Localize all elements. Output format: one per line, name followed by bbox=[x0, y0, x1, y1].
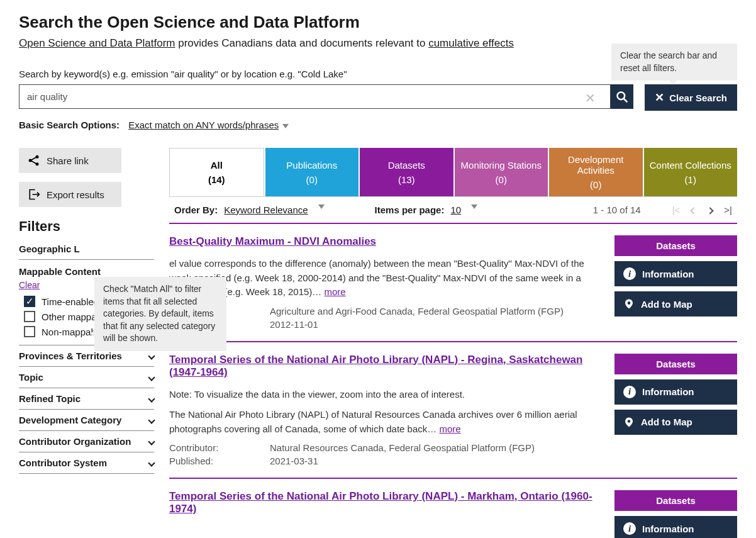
page-title: Search the Open Science and Data Platfor… bbox=[19, 13, 737, 32]
add-to-map-button[interactable]: Add to Map bbox=[614, 291, 737, 317]
clear-search-button[interactable]: ✕ Clear Search bbox=[645, 84, 737, 111]
result-description: The National Air Photo Library (NAPL) of… bbox=[169, 408, 602, 436]
chevron-down-icon bbox=[282, 124, 289, 128]
search-button[interactable] bbox=[611, 84, 633, 109]
order-by-dropdown[interactable]: Keyword Relevance bbox=[224, 205, 308, 215]
filter-section-geographic[interactable]: Geographic L bbox=[19, 238, 154, 260]
result-type-badge: Datasets bbox=[614, 354, 737, 374]
pager-first[interactable]: |< bbox=[672, 205, 681, 215]
chevron-down-icon bbox=[471, 205, 477, 209]
info-icon: i bbox=[623, 386, 636, 398]
chevron-down-icon bbox=[148, 438, 155, 445]
order-by-label: Order By: bbox=[174, 205, 218, 215]
search-icon bbox=[616, 91, 628, 103]
pager: |< >| bbox=[672, 205, 732, 215]
chevron-down-icon bbox=[148, 395, 155, 402]
svg-line-6 bbox=[31, 161, 36, 164]
clear-filter-link[interactable]: Clear bbox=[19, 280, 40, 290]
chevron-down-icon bbox=[148, 459, 155, 466]
tab-publications[interactable]: Publications(0) bbox=[265, 148, 359, 196]
chevron-down-icon bbox=[318, 205, 325, 209]
more-link[interactable]: more bbox=[325, 286, 346, 297]
result-item: Best-Quality Maximum - NDVI Anomalies el… bbox=[169, 223, 737, 341]
result-item: Temporal Series of the National Air Phot… bbox=[169, 478, 737, 538]
filter-section-contributor-sys[interactable]: Contributor System bbox=[19, 452, 154, 474]
paging-info: 1 - 10 of 14 bbox=[593, 205, 641, 215]
tab-development[interactable]: Development Activities(0) bbox=[549, 148, 643, 196]
search-input[interactable] bbox=[19, 84, 611, 109]
filter-section-topic[interactable]: Topic bbox=[19, 367, 154, 388]
pager-next[interactable] bbox=[708, 205, 713, 215]
svg-line-1 bbox=[624, 98, 628, 102]
more-link[interactable]: more bbox=[439, 423, 460, 434]
result-title-link[interactable]: Best-Quality Maximum - NDVI Anomalies bbox=[169, 235, 376, 247]
cumulative-effects-link[interactable]: cumulative effects bbox=[428, 37, 514, 49]
filter-section-development[interactable]: Development Category bbox=[19, 410, 154, 431]
result-type-badge: Datasets bbox=[614, 490, 737, 511]
tab-collections[interactable]: Content Collections(1) bbox=[644, 148, 738, 196]
pager-last[interactable]: >| bbox=[724, 205, 732, 215]
results-controls: Order By: Keyword Relevance Items per pa… bbox=[169, 197, 737, 223]
filter-section-contributor-org[interactable]: Contributor Organization bbox=[19, 431, 154, 452]
svg-point-0 bbox=[618, 92, 625, 99]
checkbox-icon[interactable] bbox=[24, 326, 35, 337]
svg-line-5 bbox=[31, 157, 36, 160]
search-options-dropdown[interactable]: Exact match on ANY words/phrases bbox=[128, 120, 279, 130]
checkbox-icon[interactable] bbox=[24, 311, 35, 322]
chevron-down-icon bbox=[148, 374, 155, 381]
info-icon: i bbox=[623, 522, 636, 535]
match-all-tooltip: Check "Match All" to filter items that f… bbox=[94, 277, 226, 351]
result-item: Temporal Series of the National Air Phot… bbox=[169, 341, 737, 478]
result-title-link[interactable]: Temporal Series of the National Air Phot… bbox=[169, 354, 582, 378]
clear-input-icon[interactable]: ✕ bbox=[585, 91, 596, 106]
close-icon: ✕ bbox=[655, 91, 664, 104]
share-icon bbox=[28, 154, 40, 167]
export-results-button[interactable]: Export results bbox=[19, 182, 121, 207]
result-description: Note: To visualize the data in the viewe… bbox=[169, 388, 602, 402]
tab-datasets[interactable]: Datasets(13) bbox=[360, 148, 453, 196]
chevron-down-icon bbox=[148, 417, 155, 423]
info-icon: i bbox=[623, 267, 636, 280]
information-button[interactable]: iInformation bbox=[614, 379, 737, 405]
information-button[interactable]: iInformation bbox=[614, 261, 737, 286]
export-icon bbox=[28, 188, 40, 201]
tab-all[interactable]: All(14) bbox=[169, 148, 264, 196]
filter-section-refined-topic[interactable]: Refined Topic bbox=[19, 388, 154, 410]
result-title-link[interactable]: Temporal Series of the National Air Phot… bbox=[169, 490, 592, 515]
svg-point-8 bbox=[628, 420, 631, 423]
pager-prev[interactable] bbox=[691, 205, 696, 215]
map-pin-icon bbox=[623, 298, 635, 310]
chevron-down-icon bbox=[148, 352, 155, 359]
tab-monitoring[interactable]: Monitoring Stations(0) bbox=[455, 148, 548, 196]
basic-search-options: Basic Search Options: Exact match on ANY… bbox=[19, 120, 737, 130]
clear-search-tooltip: Clear the search bar and reset all filte… bbox=[611, 43, 737, 81]
result-tabs: All(14) Publications(0) Datasets(13) Mon… bbox=[169, 148, 737, 197]
svg-point-7 bbox=[628, 301, 631, 305]
share-link-button[interactable]: Share link bbox=[19, 148, 121, 173]
platform-link[interactable]: Open Science and Data Platform bbox=[19, 37, 175, 49]
filters-heading: Filters bbox=[19, 218, 154, 235]
checkbox-checked-icon[interactable]: ✓ bbox=[24, 296, 35, 307]
result-description: el value corresponds to the difference (… bbox=[169, 257, 602, 300]
add-to-map-button[interactable]: Add to Map bbox=[614, 410, 737, 435]
items-per-page-dropdown[interactable]: 10 bbox=[450, 205, 461, 215]
mappable-content-heading: Mappable Content bbox=[19, 266, 154, 277]
result-type-badge: Datasets bbox=[614, 235, 737, 256]
items-per-page-label: Items per page: bbox=[375, 205, 445, 215]
information-button[interactable]: iInformation bbox=[614, 516, 737, 538]
map-pin-icon bbox=[623, 416, 635, 429]
